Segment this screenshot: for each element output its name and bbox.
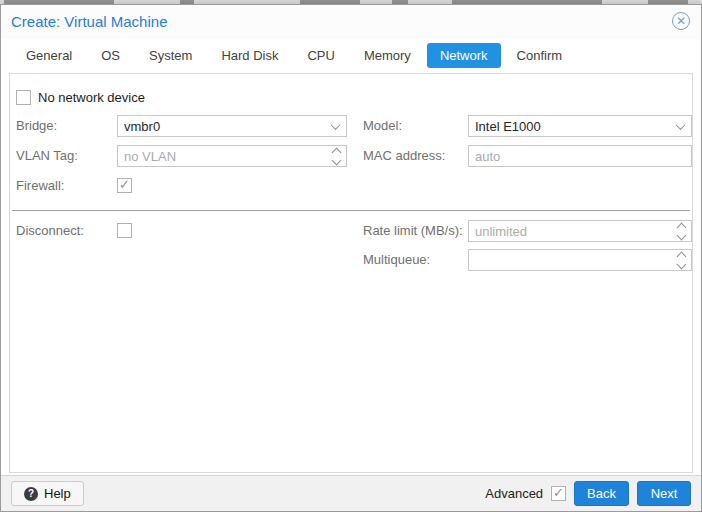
no-network-device-label: No network device: [38, 87, 145, 109]
help-button[interactable]: ? Help: [11, 481, 84, 506]
dialog-title: Create: Virtual Machine: [11, 13, 167, 30]
advanced-checkbox[interactable]: [551, 486, 566, 501]
disconnect-label: Disconnect:: [16, 220, 84, 242]
multiqueue-input[interactable]: [469, 253, 671, 268]
advanced-label: Advanced: [485, 486, 543, 501]
advanced-section-divider: [12, 210, 690, 211]
tab-confirm[interactable]: Confirm: [504, 43, 576, 68]
next-button[interactable]: Next: [637, 481, 691, 506]
dialog-titlebar: Create: Virtual Machine ✕: [1, 5, 701, 39]
mac-address-label: MAC address:: [363, 145, 445, 167]
disconnect-checkbox[interactable]: [117, 223, 132, 238]
model-label: Model:: [363, 115, 402, 137]
screen: Create: Virtual Machine ✕ General OS Sys…: [0, 0, 702, 512]
rate-limit-spinner[interactable]: [468, 220, 692, 242]
bridge-input[interactable]: [118, 119, 324, 134]
tab-cpu[interactable]: CPU: [294, 43, 347, 68]
close-icon[interactable]: ✕: [672, 12, 690, 30]
firewall-checkbox[interactable]: [117, 178, 132, 193]
vlan-tag-input[interactable]: [118, 149, 326, 164]
mac-address-field[interactable]: [468, 145, 692, 167]
spinner-up-down-icon[interactable]: [326, 146, 346, 166]
help-button-label: Help: [44, 486, 71, 501]
create-vm-dialog: Create: Virtual Machine ✕ General OS Sys…: [0, 4, 702, 512]
vlan-tag-spinner[interactable]: [117, 145, 347, 167]
chevron-down-icon[interactable]: [669, 116, 691, 136]
rate-limit-input[interactable]: [469, 224, 671, 239]
bridge-label: Bridge:: [16, 115, 57, 137]
tab-hard-disk[interactable]: Hard Disk: [208, 43, 291, 68]
multiqueue-spinner[interactable]: [468, 249, 692, 271]
spinner-up-down-icon[interactable]: [671, 250, 691, 270]
dialog-footer: ? Help Advanced Back Next: [1, 475, 701, 511]
tab-os[interactable]: OS: [88, 43, 133, 68]
model-combobox[interactable]: [468, 115, 692, 137]
rate-limit-label: Rate limit (MB/s):: [363, 220, 463, 242]
vlan-tag-label: VLAN Tag:: [16, 145, 78, 167]
question-mark-icon: ?: [24, 487, 38, 501]
firewall-label: Firewall:: [16, 175, 64, 197]
tab-network[interactable]: Network: [427, 43, 501, 68]
tab-system[interactable]: System: [136, 43, 205, 68]
multiqueue-label: Multiqueue:: [363, 249, 430, 271]
model-input[interactable]: [469, 119, 669, 134]
network-form-panel: No network device Bridge: Model: VLAN Ta…: [9, 73, 693, 473]
mac-address-input[interactable]: [469, 149, 691, 164]
spinner-up-down-icon[interactable]: [671, 221, 691, 241]
bridge-combobox[interactable]: [117, 115, 347, 137]
wizard-tabbar: General OS System Hard Disk CPU Memory N…: [13, 41, 689, 69]
no-network-device-checkbox[interactable]: [16, 90, 31, 105]
tab-memory[interactable]: Memory: [351, 43, 424, 68]
chevron-down-icon[interactable]: [324, 116, 346, 136]
back-button[interactable]: Back: [574, 481, 629, 506]
tab-general[interactable]: General: [13, 43, 85, 68]
